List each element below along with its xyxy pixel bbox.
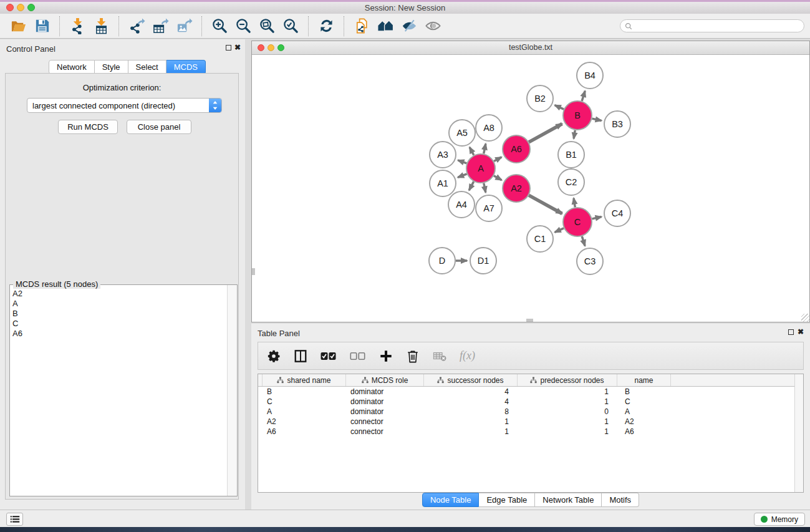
node-C3[interactable]: C3 (577, 248, 603, 274)
tab-style[interactable]: Style (95, 60, 128, 74)
cell-name[interactable]: A2 (617, 417, 671, 427)
apply-layout-icon[interactable] (316, 16, 336, 36)
result-item[interactable]: A6 (12, 329, 226, 339)
columns-icon[interactable] (294, 348, 307, 364)
cell-predecessor-nodes[interactable]: 1 (518, 387, 617, 397)
settings-icon[interactable] (267, 348, 281, 364)
hide-selected-icon[interactable] (399, 16, 419, 36)
criterion-dropdown[interactable]: largest connected component (directed) (27, 98, 222, 113)
select-all-icon[interactable] (321, 348, 337, 364)
edge-B-B3[interactable] (592, 118, 601, 120)
network-graph[interactable]: A5A8A6A3AA1A2A4A7B2B4BB3B1C2C4CC1C3DD1 (252, 55, 809, 322)
cell-shared-name[interactable]: A2 (263, 417, 346, 427)
column-header-name[interactable]: name (617, 374, 671, 386)
node-A7[interactable]: A7 (476, 195, 502, 221)
mcds-result-list[interactable]: A2ABCA6 (12, 289, 226, 493)
result-item[interactable]: A2 (12, 289, 226, 299)
edge-A-A2[interactable] (494, 176, 502, 180)
cell-name[interactable]: A6 (617, 427, 671, 437)
node-B1[interactable]: B1 (558, 142, 584, 168)
open-session-icon[interactable] (8, 16, 28, 36)
cell-successor-nodes[interactable]: 8 (424, 407, 518, 417)
cell-MCDS-role[interactable]: connector (346, 417, 424, 427)
edge-B-B4[interactable] (582, 91, 585, 101)
tab-motifs[interactable]: Motifs (602, 493, 639, 507)
window-resize-grip[interactable] (801, 314, 809, 322)
cell-successor-nodes[interactable]: 4 (424, 397, 518, 407)
network-window-titlebar[interactable]: testGlobe.txt (252, 41, 809, 55)
edge-A-A7[interactable] (484, 183, 486, 193)
add-row-icon[interactable] (379, 348, 393, 364)
zoom-out-icon[interactable] (233, 16, 253, 36)
node-C4[interactable]: C4 (604, 200, 630, 226)
table-row[interactable]: Bdominator41B (258, 387, 803, 397)
zoom-in-icon[interactable] (210, 16, 229, 36)
node-A[interactable]: A (466, 154, 495, 183)
cell-successor-nodes[interactable]: 1 (424, 417, 518, 427)
search-field[interactable] (620, 19, 804, 32)
horizontal-scroll-indicator[interactable] (526, 319, 533, 322)
node-table[interactable]: shared nameMCDS rolesuccessor nodesprede… (258, 374, 804, 493)
table-row[interactable]: Adominator80A (258, 407, 803, 417)
tab-network[interactable]: Network (49, 60, 95, 74)
cell-MCDS-role[interactable]: dominator (346, 407, 424, 417)
edge-A-A5[interactable] (470, 147, 474, 155)
cell-MCDS-role[interactable]: dominator (346, 387, 424, 397)
cell-successor-nodes[interactable]: 1 (424, 427, 518, 437)
node-C[interactable]: C (563, 208, 592, 236)
node-D[interactable]: D (429, 248, 455, 274)
zoom-fit-icon[interactable] (257, 16, 277, 36)
result-item[interactable]: A (12, 299, 226, 309)
node-B3[interactable]: B3 (604, 111, 630, 137)
node-A5[interactable]: A5 (449, 120, 475, 146)
edge-A-A6[interactable] (494, 157, 501, 162)
edge-A-A4[interactable] (469, 181, 473, 190)
export-image-icon[interactable] (174, 16, 194, 36)
edge-A6-B[interactable] (529, 124, 562, 142)
column-header-MCDS-role[interactable]: MCDS role (346, 374, 424, 386)
cell-name[interactable]: C (617, 397, 671, 407)
delete-table-icon[interactable] (433, 348, 446, 364)
memory-button[interactable]: Memory (754, 513, 805, 526)
edge-C-C3[interactable] (582, 236, 585, 246)
cell-shared-name[interactable]: A (263, 407, 346, 417)
cell-predecessor-nodes[interactable]: 1 (518, 427, 617, 437)
cell-predecessor-nodes[interactable]: 1 (518, 417, 617, 427)
tab-mcds[interactable]: MCDS (166, 60, 206, 74)
tab-network-table[interactable]: Network Table (535, 493, 602, 507)
node-C2[interactable]: C2 (558, 169, 584, 195)
apply-function-icon[interactable]: f(x) (460, 348, 475, 364)
close-table-panel-icon[interactable]: ✖ (798, 329, 804, 335)
deselect-all-icon[interactable] (350, 348, 366, 364)
close-panel-button[interactable]: Close panel (127, 120, 191, 134)
task-history-button[interactable] (6, 513, 23, 526)
import-network-icon[interactable] (67, 16, 87, 36)
table-row[interactable]: Cdominator41C (258, 397, 803, 407)
float-panel-icon[interactable] (226, 45, 231, 51)
node-C1[interactable]: C1 (527, 226, 553, 252)
save-session-icon[interactable] (32, 16, 52, 36)
tab-select[interactable]: Select (128, 60, 166, 74)
column-header-successor-nodes[interactable]: successor nodes (424, 374, 518, 386)
result-item[interactable]: B (12, 309, 226, 319)
network-canvas[interactable]: A5A8A6A3AA1A2A4A7B2B4BB3B1C2C4CC1C3DD1 (252, 55, 809, 322)
cell-shared-name[interactable]: A6 (263, 427, 346, 437)
node-A2[interactable]: A2 (503, 175, 530, 202)
node-B4[interactable]: B4 (577, 62, 603, 89)
tab-node-table[interactable]: Node Table (422, 493, 480, 507)
node-A3[interactable]: A3 (430, 142, 456, 168)
edge-C-C4[interactable] (592, 217, 601, 219)
edge-C-C2[interactable] (574, 198, 575, 208)
export-network-icon[interactable] (127, 16, 147, 36)
cell-MCDS-role[interactable]: connector (346, 427, 424, 437)
node-A8[interactable]: A8 (476, 115, 502, 141)
node-D1[interactable]: D1 (470, 248, 496, 274)
column-header-predecessor-nodes[interactable]: predecessor nodes (518, 374, 617, 386)
import-table-icon[interactable] (91, 16, 111, 36)
search-input[interactable] (635, 21, 799, 31)
result-scrollbar[interactable] (227, 285, 237, 496)
node-A6[interactable]: A6 (503, 135, 530, 163)
run-mcds-button[interactable]: Run MCDS (58, 120, 118, 134)
edge-B-B1[interactable] (574, 130, 575, 139)
node-B2[interactable]: B2 (527, 85, 553, 112)
